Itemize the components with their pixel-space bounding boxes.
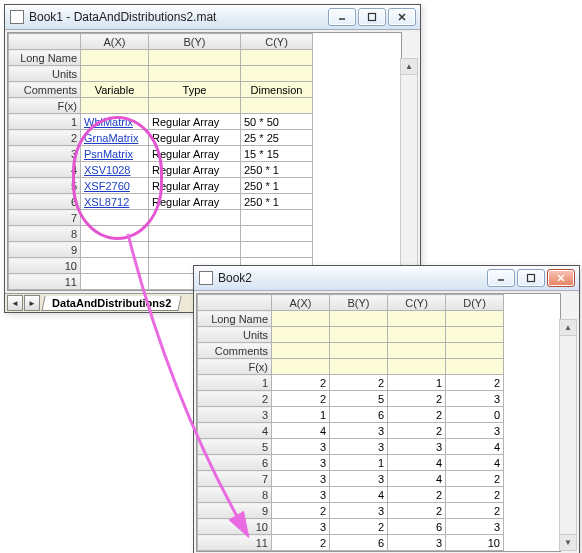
cell-type[interactable]: Regular Array: [149, 194, 241, 210]
row-number[interactable]: 11: [9, 274, 81, 290]
row-number[interactable]: 7: [9, 210, 81, 226]
data-cell[interactable]: 3: [330, 471, 388, 487]
data-cell[interactable]: 4: [388, 471, 446, 487]
data-cell[interactable]: 3: [272, 471, 330, 487]
cell-dimension[interactable]: [241, 242, 313, 258]
row-label-longname[interactable]: Long Name: [9, 50, 81, 66]
row-number[interactable]: 6: [9, 194, 81, 210]
data-cell[interactable]: 3: [446, 391, 504, 407]
row-number[interactable]: 9: [9, 242, 81, 258]
maximize-button[interactable]: [358, 8, 386, 26]
col-header-C[interactable]: C(Y): [241, 34, 313, 50]
data-cell[interactable]: 6: [330, 535, 388, 551]
data-cell[interactable]: 2: [272, 375, 330, 391]
row-number[interactable]: 3: [9, 146, 81, 162]
cell-variable[interactable]: [81, 210, 149, 226]
matrix-link[interactable]: GrnaMatrix: [84, 132, 138, 144]
tab-nav-next[interactable]: ►: [24, 295, 40, 311]
col-header-B[interactable]: B(Y): [149, 34, 241, 50]
row-number[interactable]: 5: [198, 439, 272, 455]
cell-dimension[interactable]: [241, 226, 313, 242]
data-cell[interactable]: 5: [330, 391, 388, 407]
cell-type[interactable]: Regular Array: [149, 146, 241, 162]
cell-dimension[interactable]: 250 * 1: [241, 178, 313, 194]
data-cell[interactable]: 3: [272, 455, 330, 471]
scroll-up-icon[interactable]: ▲: [401, 59, 417, 75]
scroll-down-icon[interactable]: ▼: [560, 534, 576, 550]
cell-dimension[interactable]: 50 * 50: [241, 114, 313, 130]
data-cell[interactable]: 3: [330, 439, 388, 455]
titlebar-2[interactable]: Book2: [194, 266, 579, 291]
col-header-C[interactable]: C(Y): [388, 295, 446, 311]
row-number[interactable]: 1: [198, 375, 272, 391]
cell-variable[interactable]: PsnMatrix: [81, 146, 149, 162]
cell-dimension[interactable]: [241, 210, 313, 226]
row-number[interactable]: 11: [198, 535, 272, 551]
data-cell[interactable]: 2: [388, 391, 446, 407]
row-label-comments[interactable]: Comments: [198, 343, 272, 359]
data-cell[interactable]: 3: [446, 519, 504, 535]
sheet-tab-active-1[interactable]: DataAndDistributions2: [41, 296, 181, 311]
cell-variable[interactable]: XSF2760: [81, 178, 149, 194]
data-cell[interactable]: 3: [272, 439, 330, 455]
data-cell[interactable]: 10: [446, 535, 504, 551]
cell-type[interactable]: Regular Array: [149, 114, 241, 130]
cell-variable[interactable]: GrnaMatrix: [81, 130, 149, 146]
cell-variable[interactable]: [81, 226, 149, 242]
row-number[interactable]: 6: [198, 455, 272, 471]
row-label-longname[interactable]: Long Name: [198, 311, 272, 327]
data-cell[interactable]: 4: [446, 455, 504, 471]
col-header-A[interactable]: A(X): [81, 34, 149, 50]
cell-variable[interactable]: XSV1028: [81, 162, 149, 178]
row-number[interactable]: 2: [198, 391, 272, 407]
data-cell[interactable]: 2: [446, 487, 504, 503]
cell-dimension[interactable]: 250 * 1: [241, 194, 313, 210]
row-number[interactable]: 4: [198, 423, 272, 439]
data-cell[interactable]: 4: [272, 423, 330, 439]
data-cell[interactable]: 4: [446, 439, 504, 455]
data-cell[interactable]: 2: [446, 503, 504, 519]
data-cell[interactable]: 4: [330, 487, 388, 503]
vertical-scrollbar[interactable]: ▲ ▼: [559, 319, 577, 551]
data-cell[interactable]: 2: [388, 407, 446, 423]
minimize-button[interactable]: [328, 8, 356, 26]
data-cell[interactable]: 1: [272, 407, 330, 423]
data-cell[interactable]: 2: [272, 391, 330, 407]
close-button[interactable]: [547, 269, 575, 287]
data-cell[interactable]: 3: [330, 423, 388, 439]
col-header-A[interactable]: A(X): [272, 295, 330, 311]
data-cell[interactable]: 2: [272, 503, 330, 519]
col-header-D[interactable]: D(Y): [446, 295, 504, 311]
data-cell[interactable]: 2: [446, 471, 504, 487]
row-number[interactable]: 2: [9, 130, 81, 146]
cell-type[interactable]: Regular Array: [149, 130, 241, 146]
minimize-button[interactable]: [487, 269, 515, 287]
data-cell[interactable]: 2: [330, 519, 388, 535]
cell-variable[interactable]: [81, 242, 149, 258]
cell-type[interactable]: [149, 226, 241, 242]
col-header-B[interactable]: B(Y): [330, 295, 388, 311]
cell-variable[interactable]: [81, 258, 149, 274]
comment-A[interactable]: Variable: [81, 82, 149, 98]
row-number[interactable]: 4: [9, 162, 81, 178]
data-cell[interactable]: 3: [330, 503, 388, 519]
cell-variable[interactable]: [81, 274, 149, 290]
row-number[interactable]: 8: [9, 226, 81, 242]
row-label-comments[interactable]: Comments: [9, 82, 81, 98]
cell-variable[interactable]: WblMatrix: [81, 114, 149, 130]
matrix-link[interactable]: XSF2760: [84, 180, 130, 192]
cell-dimension[interactable]: 15 * 15: [241, 146, 313, 162]
data-cell[interactable]: 3: [272, 487, 330, 503]
cell-type[interactable]: Regular Array: [149, 178, 241, 194]
data-cell[interactable]: 3: [388, 535, 446, 551]
row-label-units[interactable]: Units: [198, 327, 272, 343]
row-number[interactable]: 10: [9, 258, 81, 274]
cell-type[interactable]: [149, 210, 241, 226]
row-number[interactable]: 8: [198, 487, 272, 503]
corner-cell[interactable]: [9, 34, 81, 50]
corner-cell[interactable]: [198, 295, 272, 311]
data-cell[interactable]: 2: [330, 375, 388, 391]
matrix-link[interactable]: XSV1028: [84, 164, 130, 176]
data-cell[interactable]: 2: [446, 375, 504, 391]
comment-B[interactable]: Type: [149, 82, 241, 98]
